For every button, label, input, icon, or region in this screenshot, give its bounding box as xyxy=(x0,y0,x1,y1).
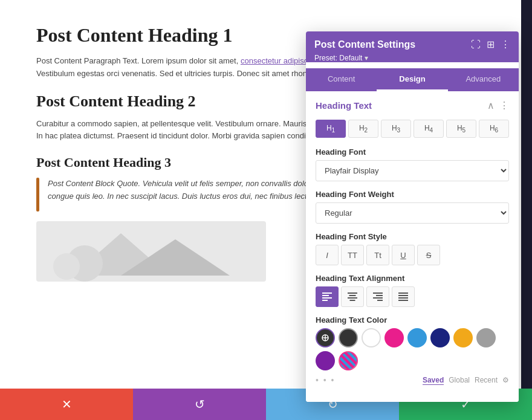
italic-button[interactable]: I xyxy=(316,245,339,265)
tab-content[interactable]: Content xyxy=(306,68,377,91)
svg-rect-18 xyxy=(398,297,408,299)
section-header: Heading Text ∧ ⋮ xyxy=(316,100,509,111)
undo-icon: ↺ xyxy=(195,397,205,412)
h4-button[interactable]: H4 xyxy=(414,120,444,138)
panel-body: Heading Text ∧ ⋮ H1 H2 H3 H4 H5 H6 Headi… xyxy=(306,91,519,402)
color-purple[interactable] xyxy=(316,351,335,370)
color-picker-button[interactable] xyxy=(316,328,335,347)
svg-rect-4 xyxy=(322,292,332,294)
color-more-dots[interactable]: • • • xyxy=(316,375,335,385)
cancel-icon: ✕ xyxy=(62,397,72,412)
svg-rect-7 xyxy=(322,300,328,301)
section-title: Heading Text xyxy=(316,100,372,111)
heading-text-color-group: Heading Text Color xyxy=(316,315,509,385)
color-footer: • • • Saved Global Recent ⚙ xyxy=(316,375,509,385)
svg-rect-10 xyxy=(348,297,357,299)
h3-button[interactable]: H3 xyxy=(381,120,411,138)
section-actions: ∧ ⋮ xyxy=(487,100,509,111)
color-blue[interactable] xyxy=(407,328,427,347)
tab-advanced[interactable]: Advanced xyxy=(448,68,519,91)
svg-rect-15 xyxy=(377,300,383,301)
blockquote-bar xyxy=(36,178,39,212)
h6-button[interactable]: H6 xyxy=(479,120,509,138)
color-swatches xyxy=(316,328,509,370)
svg-rect-9 xyxy=(349,295,356,296)
uppercase-button[interactable]: TT xyxy=(341,245,364,265)
preset-value: Default xyxy=(339,54,362,62)
align-center-button[interactable] xyxy=(341,286,364,307)
svg-rect-8 xyxy=(348,292,357,294)
settings-panel: Post Content Settings ⛶ ⊞ ⋮ Preset: Defa… xyxy=(306,31,519,402)
color-tab-saved[interactable]: Saved xyxy=(423,376,444,385)
heading-font-select[interactable]: Playfair Display Open Sans Roboto Lato M… xyxy=(316,160,509,181)
panel-tabs: Content Design Advanced xyxy=(306,68,519,91)
color-gray[interactable] xyxy=(476,328,496,347)
heading-text-alignment-label: Heading Text Alignment xyxy=(316,274,509,283)
mountain-image xyxy=(36,221,266,282)
panel-icons: ⛶ ⊞ ⋮ xyxy=(471,39,510,50)
strikethrough-button[interactable]: S xyxy=(417,245,440,265)
color-white[interactable] xyxy=(362,328,381,347)
color-black[interactable] xyxy=(339,328,358,347)
panel-header: Post Content Settings ⛶ ⊞ ⋮ Preset: Defa… xyxy=(306,31,519,62)
svg-point-3 xyxy=(53,253,80,280)
heading-font-weight-group: Heading Font Weight Thin Light Regular B… xyxy=(316,190,509,224)
heading-text-alignment-group: Heading Text Alignment xyxy=(316,274,509,307)
svg-rect-12 xyxy=(373,292,383,294)
svg-rect-14 xyxy=(373,297,383,299)
heading-font-style-label: Heading Font Style xyxy=(316,232,509,241)
expand-icon[interactable]: ⛶ xyxy=(471,39,481,50)
heading-font-weight-label: Heading Font Weight xyxy=(316,190,509,199)
section-more-icon[interactable]: ⋮ xyxy=(499,100,509,111)
h1-button[interactable]: H1 xyxy=(316,120,346,138)
heading-font-label: Heading Font xyxy=(316,147,509,157)
svg-rect-6 xyxy=(322,297,332,299)
align-buttons xyxy=(316,286,509,307)
columns-icon[interactable]: ⊞ xyxy=(487,39,495,50)
svg-rect-17 xyxy=(398,295,408,296)
color-gradient[interactable] xyxy=(339,351,358,370)
underline-button[interactable]: U xyxy=(392,245,415,265)
heading-font-group: Heading Font Playfair Display Open Sans … xyxy=(316,147,509,181)
heading-font-style-group: Heading Font Style I TT Tt U S xyxy=(316,232,509,265)
h5-button[interactable]: H5 xyxy=(446,120,476,138)
heading-text-color-label: Heading Text Color xyxy=(316,315,509,325)
dark-edge xyxy=(521,0,532,420)
panel-title: Post Content Settings xyxy=(314,39,415,50)
h2-button[interactable]: H2 xyxy=(348,120,378,138)
align-justify-button[interactable] xyxy=(392,286,415,307)
capitalize-button[interactable]: Tt xyxy=(366,245,389,265)
color-tabs: Saved Global Recent ⚙ xyxy=(423,376,509,385)
svg-rect-13 xyxy=(376,295,383,296)
collapse-icon[interactable]: ∧ xyxy=(487,100,495,111)
panel-preset[interactable]: Preset: Default ▾ xyxy=(314,54,510,62)
color-settings-icon[interactable]: ⚙ xyxy=(502,376,509,385)
svg-rect-19 xyxy=(398,300,408,301)
preset-label: Preset: xyxy=(314,54,337,62)
undo-button[interactable]: ↺ xyxy=(133,389,266,420)
panel-header-top: Post Content Settings ⛶ ⊞ ⋮ xyxy=(314,39,510,50)
cancel-button[interactable]: ✕ xyxy=(0,389,133,420)
tab-design[interactable]: Design xyxy=(377,68,447,91)
svg-rect-11 xyxy=(350,300,355,301)
more-icon[interactable]: ⋮ xyxy=(501,39,510,50)
color-navy[interactable] xyxy=(430,328,450,347)
svg-rect-16 xyxy=(398,292,408,294)
color-tab-global[interactable]: Global xyxy=(449,376,470,385)
align-left-button[interactable] xyxy=(316,286,339,307)
color-gold[interactable] xyxy=(453,328,473,347)
align-right-button[interactable] xyxy=(366,286,389,307)
color-pink[interactable] xyxy=(384,328,404,347)
style-buttons: I TT Tt U S xyxy=(316,245,509,265)
heading-buttons: H1 H2 H3 H4 H5 H6 xyxy=(316,120,509,138)
heading-font-weight-select[interactable]: Thin Light Regular Bold Black xyxy=(316,202,509,224)
svg-rect-5 xyxy=(322,295,329,296)
color-tab-recent[interactable]: Recent xyxy=(475,376,498,385)
